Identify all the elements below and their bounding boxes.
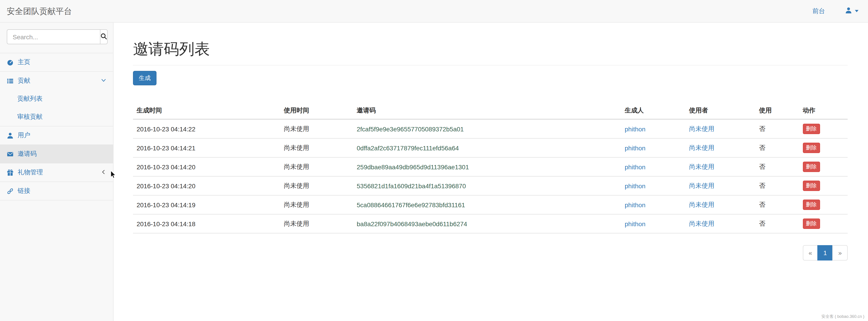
sidebar-item-users[interactable]: 用户 bbox=[0, 127, 113, 144]
cell-generated-at: 2016-10-23 04:14:20 bbox=[133, 176, 280, 195]
envelope-icon bbox=[7, 150, 13, 157]
delete-button[interactable]: 删除 bbox=[803, 200, 820, 210]
cell-generated-at: 2016-10-23 04:14:19 bbox=[133, 195, 280, 214]
pagination: « 1 » bbox=[133, 245, 848, 260]
cell-used: 否 bbox=[755, 119, 799, 138]
watermark: 安全客 ( bobao.360.cn ) bbox=[822, 314, 864, 320]
chevron-down-icon bbox=[101, 77, 106, 84]
col-header-action: 动作 bbox=[799, 103, 848, 119]
sidebar-search bbox=[7, 29, 106, 44]
user-link[interactable]: 尚未使用 bbox=[689, 125, 714, 132]
cell-used: 否 bbox=[755, 195, 799, 214]
generator-link[interactable]: phithon bbox=[625, 125, 646, 133]
cell-used-at: 尚未使用 bbox=[280, 157, 353, 176]
sidebar-menu: 主页 贡献 贡献列表 审核贡献 bbox=[0, 53, 113, 201]
cell-invite-code: 0dffa2af2c63717879fec111efd56a64 bbox=[353, 138, 621, 157]
cell-used-at: 尚未使用 bbox=[280, 119, 353, 138]
col-header-generator: 生成人 bbox=[621, 103, 685, 119]
app-title: 安全团队贡献平台 bbox=[7, 6, 72, 16]
cell-invite-code: 2fcaf5f9e9e3e96557705089372b5a01 bbox=[353, 119, 621, 138]
table-row: 2016-10-23 04:14:22 尚未使用 2fcaf5f9e9e3e96… bbox=[133, 119, 848, 138]
user-link[interactable]: 尚未使用 bbox=[689, 201, 714, 208]
top-navbar: 安全团队贡献平台 前台 bbox=[0, 0, 868, 23]
sidebar-item-label: 主页 bbox=[18, 58, 30, 66]
user-link[interactable]: 尚未使用 bbox=[689, 182, 714, 189]
sidebar-item-contributions[interactable]: 贡献 bbox=[0, 72, 113, 90]
generator-link[interactable]: phithon bbox=[625, 201, 646, 208]
search-input[interactable] bbox=[7, 29, 100, 44]
delete-button[interactable]: 删除 bbox=[803, 181, 820, 191]
cell-used-at: 尚未使用 bbox=[280, 176, 353, 195]
search-icon bbox=[100, 33, 107, 41]
chevron-left-icon bbox=[101, 169, 106, 176]
delete-button[interactable]: 删除 bbox=[803, 162, 820, 172]
link-icon bbox=[7, 188, 13, 194]
user-dropdown[interactable] bbox=[842, 6, 861, 15]
generator-link[interactable]: phithon bbox=[625, 163, 646, 171]
user-link[interactable]: 尚未使用 bbox=[689, 163, 714, 170]
generator-link[interactable]: phithon bbox=[625, 182, 646, 189]
table-row: 2016-10-23 04:14:20 尚未使用 259dbae89aa49db… bbox=[133, 157, 848, 176]
dashboard-icon bbox=[7, 59, 13, 66]
generator-link[interactable]: phithon bbox=[625, 220, 646, 227]
table-row: 2016-10-23 04:14:18 尚未使用 ba8a22f097b4068… bbox=[133, 214, 848, 233]
cell-used: 否 bbox=[755, 138, 799, 157]
col-header-generated-at: 生成时间 bbox=[133, 103, 280, 119]
cell-invite-code: 5ca08864661767f6e6e92783bfd31161 bbox=[353, 195, 621, 214]
user-link[interactable]: 尚未使用 bbox=[689, 220, 714, 227]
cell-used: 否 bbox=[755, 214, 799, 233]
user-icon bbox=[845, 6, 852, 15]
navbar-right: 前台 bbox=[805, 6, 861, 15]
sidebar-item-label: 链接 bbox=[18, 187, 30, 195]
cell-invite-code: 5356821d1fa1609d21ba4f1a51396870 bbox=[353, 176, 621, 195]
sidebar: 主页 贡献 贡献列表 审核贡献 bbox=[0, 23, 114, 321]
sidebar-item-gift-management[interactable]: 礼物管理 bbox=[0, 164, 113, 181]
sidebar-subitem-label: 审核贡献 bbox=[17, 113, 42, 121]
cell-used: 否 bbox=[755, 157, 799, 176]
sidebar-item-label: 邀请码 bbox=[18, 150, 37, 158]
delete-button[interactable]: 删除 bbox=[803, 124, 820, 134]
main-content: 邀请码列表 生成 生成时间 使用时间 邀请码 生成人 使用者 使用 动作 bbox=[114, 23, 868, 321]
cell-used-at: 尚未使用 bbox=[280, 195, 353, 214]
pagination-prev[interactable]: « bbox=[803, 245, 818, 260]
frontend-link[interactable]: 前台 bbox=[805, 7, 832, 15]
app-window: 安全团队贡献平台 前台 bbox=[0, 0, 868, 321]
user-link[interactable]: 尚未使用 bbox=[689, 144, 714, 151]
cell-used: 否 bbox=[755, 176, 799, 195]
delete-button[interactable]: 删除 bbox=[803, 218, 820, 229]
col-header-used: 使用 bbox=[755, 103, 799, 119]
cell-invite-code: ba8a22f097b4068493aebe0d611b6274 bbox=[353, 214, 621, 233]
caret-down-icon bbox=[855, 10, 859, 12]
cell-invite-code: 259dbae89aa49db965d9d11396ae1301 bbox=[353, 157, 621, 176]
user-icon bbox=[7, 132, 13, 139]
cell-generated-at: 2016-10-23 04:14:20 bbox=[133, 157, 280, 176]
page-title: 邀请码列表 bbox=[133, 39, 848, 66]
table-row: 2016-10-23 04:14:20 尚未使用 5356821d1fa1609… bbox=[133, 176, 848, 195]
sidebar-item-label: 礼物管理 bbox=[18, 168, 43, 177]
generate-button[interactable]: 生成 bbox=[133, 71, 156, 85]
sidebar-item-review-contributions[interactable]: 审核贡献 bbox=[0, 108, 113, 126]
table-row: 2016-10-23 04:14:21 尚未使用 0dffa2af2c63717… bbox=[133, 138, 848, 157]
sidebar-item-label: 贡献 bbox=[18, 77, 30, 85]
cell-used-at: 尚未使用 bbox=[280, 214, 353, 233]
pagination-page-1[interactable]: 1 bbox=[817, 245, 833, 260]
sidebar-item-home[interactable]: 主页 bbox=[0, 53, 113, 71]
search-button[interactable] bbox=[100, 29, 107, 44]
gift-icon bbox=[7, 169, 13, 176]
cell-generated-at: 2016-10-23 04:14:21 bbox=[133, 138, 280, 157]
sidebar-item-links[interactable]: 链接 bbox=[0, 182, 113, 200]
pagination-next[interactable]: » bbox=[832, 245, 848, 260]
sidebar-item-invite-codes[interactable]: 邀请码 bbox=[0, 145, 113, 163]
table-header-row: 生成时间 使用时间 邀请码 生成人 使用者 使用 动作 bbox=[133, 103, 848, 119]
col-header-user: 使用者 bbox=[685, 103, 755, 119]
col-header-used-at: 使用时间 bbox=[280, 103, 353, 119]
generator-link[interactable]: phithon bbox=[625, 144, 646, 151]
invite-code-table: 生成时间 使用时间 邀请码 生成人 使用者 使用 动作 2016-10-23 0… bbox=[133, 103, 848, 234]
table-row: 2016-10-23 04:14:19 尚未使用 5ca08864661767f… bbox=[133, 195, 848, 214]
col-header-invite-code: 邀请码 bbox=[353, 103, 621, 119]
cell-used-at: 尚未使用 bbox=[280, 138, 353, 157]
list-icon bbox=[7, 77, 13, 84]
sidebar-subitem-label: 贡献列表 bbox=[17, 95, 42, 103]
delete-button[interactable]: 删除 bbox=[803, 143, 820, 153]
sidebar-item-contribution-list[interactable]: 贡献列表 bbox=[0, 90, 113, 108]
